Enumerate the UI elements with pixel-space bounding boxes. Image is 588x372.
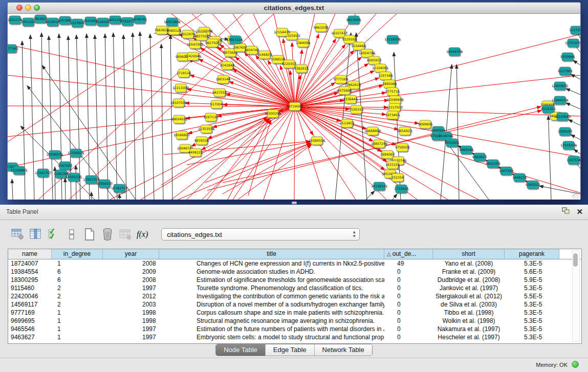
- graph-node-label: 16954796: [359, 51, 375, 55]
- tab-network-table[interactable]: Network Table: [315, 344, 372, 356]
- table-row[interactable]: 911546021997Tourette syndrome. Phenomeno…: [8, 284, 581, 292]
- graph-node-label: 9277342: [8, 47, 18, 50]
- delete-columns-icon[interactable]: [100, 227, 115, 242]
- column-header-year[interactable]: year: [103, 249, 159, 259]
- tab-node-table[interactable]: Node Table: [216, 344, 266, 356]
- window-title: citations_edges.txt: [8, 4, 580, 12]
- unselect-all-columns-icon[interactable]: [64, 227, 79, 242]
- table-cell: 1998: [103, 309, 159, 317]
- new-column-icon[interactable]: [82, 227, 97, 242]
- graph-node-label: 1364094: [296, 41, 310, 45]
- black-edge: [113, 33, 117, 200]
- graph-node-label: 1588520: [271, 57, 285, 61]
- graph-node-label: 18724007: [287, 104, 303, 108]
- table-cell: 9777169: [8, 309, 52, 317]
- table-header-row: namein_degreeyeartitle△out_de...shortpag…: [8, 249, 581, 259]
- table-cell: 0: [384, 309, 433, 317]
- table-row[interactable]: 969969511998Structural magnetic resonanc…: [8, 317, 581, 325]
- resize-grip-icon[interactable]: [572, 191, 579, 199]
- graph-node-label: 1117253: [569, 28, 580, 32]
- function-builder-icon[interactable]: f(x): [137, 230, 148, 239]
- table-body: 1872400712008Changes of HCN gene express…: [8, 259, 581, 341]
- black-edge: [393, 194, 397, 200]
- table-row[interactable]: 1872400712008Changes of HCN gene express…: [8, 259, 581, 268]
- graph-node-label: 17016504: [560, 143, 577, 147]
- table-cell: 5.6E-5: [505, 268, 559, 276]
- cytoscape-app: citations_edges.txt: [0, 0, 588, 372]
- red-edge: [295, 14, 315, 106]
- table-cell: Changes of HCN gene expression and I(f) …: [159, 259, 384, 268]
- table-cell: 6: [52, 276, 103, 284]
- graph-node-label: 1599297: [558, 129, 572, 133]
- table-toolbar: f(x) citations_edges.txt ▲▼: [0, 220, 588, 249]
- graph-node-label: 917004: [210, 102, 223, 106]
- table-cell: Yano et al. (2008): [433, 259, 505, 268]
- graph-node-label: 2684067: [380, 152, 395, 156]
- table-cell: 5.3E-5: [505, 259, 559, 268]
- graph-node-label: 8267130: [204, 115, 218, 119]
- table-row[interactable]: 2242004622012Investigating the contribut…: [8, 292, 581, 300]
- graph-node-label: 19384554: [309, 139, 325, 142]
- float-panel-icon[interactable]: [562, 207, 570, 216]
- table-cell: 19384554: [8, 268, 52, 276]
- graph-node-label: 9329966: [560, 55, 575, 58]
- table-cell: 5.9E-5: [505, 276, 559, 284]
- splitter-handle[interactable]: [292, 202, 297, 204]
- window-titlebar[interactable]: citations_edges.txt: [8, 3, 580, 14]
- column-header-pagerank[interactable]: pagerank: [505, 249, 559, 259]
- column-header-in_degree[interactable]: in_degree: [52, 249, 103, 259]
- table-select-dropdown[interactable]: citations_edges.txt ▲▼: [161, 228, 360, 240]
- graph-node-label: 16958107: [96, 182, 113, 185]
- delete-table-icon[interactable]: [118, 227, 133, 242]
- graph-node-label: 1973493: [385, 113, 400, 117]
- graph-node-label: 4975688: [337, 89, 352, 92]
- table-scrollbar-thumb[interactable]: [573, 253, 578, 267]
- graph-node-label: 9861038: [314, 26, 328, 29]
- graph-node-label: 8912974: [181, 32, 195, 36]
- red-edge: [213, 106, 295, 127]
- table-cell: Estimation of significance thresholds fo…: [159, 276, 384, 284]
- show-columns-icon[interactable]: [28, 227, 43, 242]
- graph-node-label: 2718126: [177, 71, 191, 75]
- graph-node-label: 16210643: [554, 115, 571, 118]
- table-scrollbar[interactable]: [572, 251, 580, 342]
- graph-node-label: 16053809: [164, 20, 180, 24]
- black-edge: [566, 89, 580, 95]
- table-row[interactable]: 1456911722003Disruption of a novel membe…: [8, 300, 581, 309]
- black-edge: [22, 41, 25, 200]
- table-cell: 0: [384, 276, 433, 284]
- table-cell: 9465546: [8, 325, 52, 333]
- column-header-short[interactable]: short: [433, 249, 505, 259]
- table-cell: 5.3E-5: [505, 317, 559, 325]
- black-edge: [573, 60, 580, 65]
- table-row[interactable]: 946554611997Estimation of the future num…: [8, 325, 581, 333]
- graph-node-label: 12104091: [372, 66, 388, 70]
- column-header-out_de[interactable]: △out_de...: [384, 249, 433, 259]
- table-mode-icon[interactable]: [10, 227, 26, 242]
- column-header-name[interactable]: name: [8, 249, 52, 259]
- graph-node-label: 1362612: [294, 67, 309, 70]
- sort-ascending-icon: △: [387, 251, 391, 257]
- table-cell: 2: [52, 292, 103, 300]
- tab-edge-table[interactable]: Edge Table: [266, 344, 315, 356]
- column-header-title[interactable]: title: [159, 249, 384, 259]
- table-cell: 1: [52, 259, 103, 268]
- table-row[interactable]: 1830029562008Estimation of significance …: [8, 276, 581, 284]
- table-cell: 1997: [103, 325, 159, 333]
- graph-node-label: 8220357: [282, 62, 296, 65]
- table-row[interactable]: 977716911998Corpus callosum shape and si…: [8, 309, 581, 317]
- memory-ok-indicator[interactable]: [572, 361, 579, 368]
- table-cell: Wolkin et al. (1998): [433, 317, 505, 325]
- network-graph: 7663822896012889129742222605898275058186…: [8, 14, 580, 200]
- graph-node-label: 12444158: [552, 98, 568, 102]
- black-edge: [150, 34, 154, 200]
- select-all-columns-icon[interactable]: [46, 227, 61, 242]
- table-row[interactable]: 1938455462009Genome-wide association stu…: [8, 268, 581, 276]
- node-table: namein_degreeyeartitle△out_de...shortpag…: [8, 249, 582, 344]
- close-panel-icon[interactable]: ✕: [576, 208, 583, 216]
- table-cell: Corpus callosum shape and size in male p…: [159, 309, 384, 317]
- table-cell: 1997: [103, 284, 159, 292]
- network-canvas[interactable]: 7663822896012889129742222605898275058186…: [8, 14, 580, 200]
- table-row[interactable]: 946362711997Embryonic stem cells: a mode…: [8, 333, 581, 341]
- graph-node-label: 11548408: [387, 98, 403, 101]
